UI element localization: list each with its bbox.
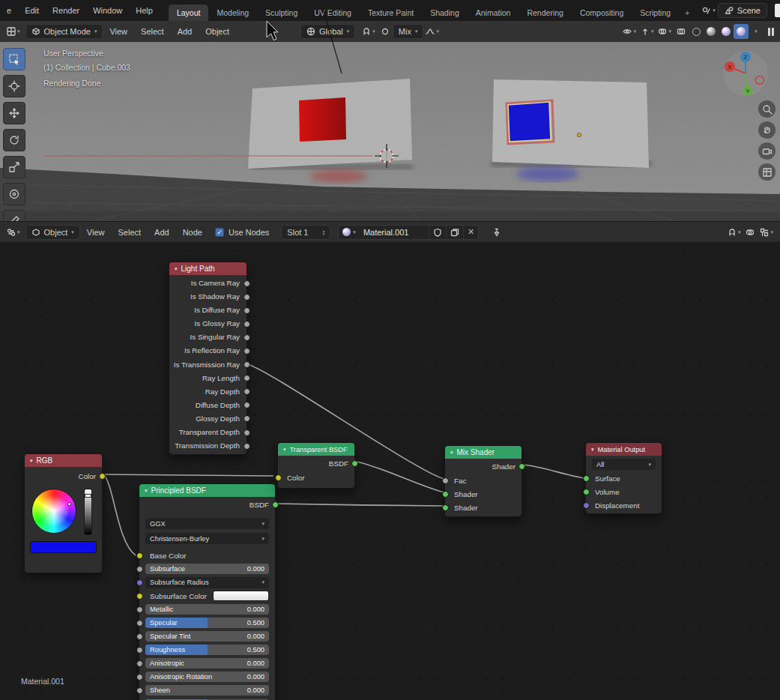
gizmos-button[interactable]: ▾ [638,24,656,39]
socket-input[interactable] [136,674,143,681]
camera-view-button[interactable] [758,142,776,160]
sheen-slider[interactable]: Sheen0.000 [145,685,269,696]
node-header[interactable]: ▾ RGB [25,454,102,467]
socket-input[interactable] [136,579,143,586]
socket-output[interactable] [244,375,250,381]
copy-material-button[interactable] [446,226,463,239]
socket-output[interactable] [244,294,250,301]
shading-options-button[interactable]: ▾ [749,24,764,39]
scene-browse-icon[interactable]: ▾ [700,3,718,18]
socket-output-bsdf[interactable] [272,501,279,508]
node-header[interactable]: ▾ Mix Shader [445,446,521,459]
subsurface-radius-dropdown[interactable]: Subsurface Radius▾ [145,577,269,588]
tool-rotate[interactable] [3,129,25,151]
socket-input[interactable] [136,687,143,694]
viewport-menu-add[interactable]: Add [171,21,199,42]
overlays-button[interactable]: ▾ [656,24,674,39]
node-header[interactable]: ▾ Material Output [586,443,662,456]
proportional-edit-button[interactable] [378,24,393,39]
shader-type-dropdown[interactable]: Object ▾ [25,225,80,240]
node-transparent-bsdf[interactable]: ▾ Transparent BSDF BSDF Color [277,442,355,489]
socket-output[interactable] [244,307,250,314]
socket-input[interactable] [136,660,143,667]
anisotropic-rotation-slider[interactable]: Anisotropic Rotation0.000 [145,672,269,682]
node-menu-view[interactable]: View [80,222,112,243]
node-options-button[interactable]: ▾ [758,225,776,240]
socket-input-color[interactable] [275,474,282,481]
socket-input-volume[interactable] [583,489,590,495]
slot-dropdown[interactable]: Slot 1 ▴▾ [281,225,330,240]
orientation-dropdown[interactable]: Global ▾ [300,24,355,39]
node-principled-bsdf[interactable]: ▾ Principled BSDF BSDF GGX▾ Christensen-… [139,483,276,700]
viewport-3d[interactable]: ▾ Object Mode ▾ View Select Add Object G… [0,21,780,221]
value-slider-handle[interactable] [85,494,91,498]
collapse-icon[interactable]: ▾ [30,458,33,464]
tab-modeling[interactable]: Modeling [208,4,257,21]
tab-animation[interactable]: Animation [468,4,519,21]
socket-output[interactable] [244,429,250,436]
output-target-dropdown[interactable]: All▾ [592,459,656,470]
socket-input[interactable] [136,647,143,654]
tool-scale[interactable] [3,156,25,178]
browse-material-button[interactable]: ▾ [339,226,360,239]
falloff-button[interactable]: ▾ [423,24,441,39]
socket-output[interactable] [244,361,250,368]
menu-edit[interactable]: Edit [18,0,46,21]
node-light-path[interactable]: ▾ Light Path Is Camera Ray Is Shadow Ray… [169,262,247,455]
ortho-toggle-button[interactable] [758,163,776,181]
collapse-icon[interactable]: ▾ [145,488,148,494]
socket-input-displacement[interactable] [583,502,590,509]
menu-render[interactable]: Render [46,0,86,21]
add-workspace-button[interactable]: + [679,4,695,21]
blend-mode-dropdown[interactable]: Mix ▾ [393,24,424,39]
socket-output[interactable] [244,280,250,287]
socket-input-shader[interactable] [442,504,449,511]
view-layer-widget-cutoff[interactable] [775,4,780,17]
tool-select-box[interactable] [3,48,25,70]
viewport-menu-object[interactable]: Object [199,21,236,42]
unlink-material-button[interactable]: ✕ [463,226,478,239]
tab-sculpting[interactable]: Sculpting [257,4,306,21]
node-menu-add[interactable]: Add [148,222,176,243]
fake-user-button[interactable] [429,226,446,239]
node-header[interactable]: ▾ Light Path [169,262,247,275]
anisotropic-slider[interactable]: Anisotropic0.000 [145,658,269,669]
socket-output[interactable] [244,321,250,328]
tab-uv-editing[interactable]: UV Editing [306,4,360,21]
tab-shading[interactable]: Shading [422,4,468,21]
pan-button[interactable] [758,121,776,139]
tab-rendering[interactable]: Rendering [519,4,571,21]
tool-cursor[interactable] [3,75,25,97]
socket-input[interactable] [136,552,143,559]
socket-input[interactable] [136,606,143,613]
use-nodes-checkbox[interactable]: ✓ [215,228,224,237]
value-slider[interactable] [84,489,92,535]
menu-help[interactable]: Help [129,0,160,21]
node-header[interactable]: ▾ Principled BSDF [139,484,275,497]
node-menu-select[interactable]: Select [111,222,148,243]
metallic-slider[interactable]: Metallic0.000 [145,604,269,615]
menu-file-partial[interactable]: e [0,0,18,21]
node-overlays-button[interactable] [743,225,758,240]
collapse-icon[interactable]: ▾ [175,266,178,272]
socket-output[interactable] [244,402,250,408]
node-material-output[interactable]: ▾ Material Output All▾ Surface Volume Di… [585,442,662,514]
pin-button[interactable] [489,225,504,240]
scene-selector[interactable]: Scene [718,3,767,18]
socket-output-color[interactable] [99,473,106,480]
socket-output[interactable] [244,443,250,450]
mode-dropdown[interactable]: Object Mode ▾ [25,24,103,39]
node-editor[interactable]: ▾ Light Path Is Camera Ray Is Shadow Ray… [0,242,780,700]
node-header[interactable]: ▾ Transparent BSDF [278,443,354,456]
socket-output-bsdf[interactable] [351,460,358,467]
socket-input[interactable] [136,566,143,573]
socket-output-shader[interactable] [519,463,525,470]
color-wheel[interactable] [31,489,76,534]
socket-output[interactable] [244,348,250,354]
specular-slider[interactable]: Specular0.500 [145,618,269,628]
shading-solid-button[interactable] [704,24,719,39]
sss-method-dropdown[interactable]: Christensen-Burley▾ [145,533,269,544]
node-mix-shader[interactable]: ▾ Mix Shader Shader Fac Shader Shader [444,445,522,517]
socket-input-shader[interactable] [442,491,449,498]
zoom-button[interactable] [758,100,776,118]
